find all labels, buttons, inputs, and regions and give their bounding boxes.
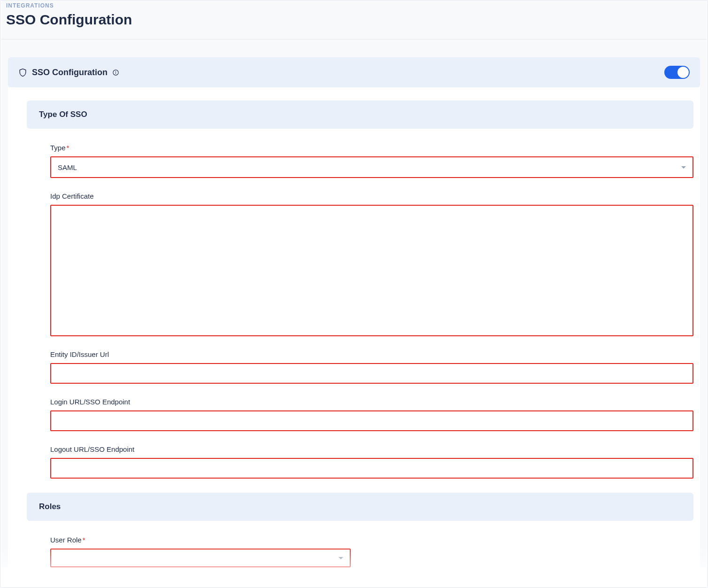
chevron-down-icon bbox=[681, 166, 686, 169]
svg-point-2 bbox=[115, 71, 116, 71]
info-icon[interactable] bbox=[112, 69, 119, 76]
logout-url-input[interactable] bbox=[51, 459, 693, 478]
entity-id-input[interactable] bbox=[51, 364, 693, 383]
logout-url-field[interactable] bbox=[50, 458, 693, 479]
user-role-select[interactable] bbox=[50, 549, 351, 567]
panel-title: SSO Configuration bbox=[32, 68, 108, 77]
required-star: * bbox=[83, 536, 85, 544]
idp-cert-textarea[interactable] bbox=[51, 206, 693, 335]
page-title: SSO Configuration bbox=[6, 12, 702, 28]
label-entity-id: Entity ID/Issuer Url bbox=[50, 350, 693, 358]
label-type: Type* bbox=[50, 144, 693, 152]
login-url-input[interactable] bbox=[51, 411, 693, 430]
sso-enable-toggle[interactable] bbox=[664, 66, 690, 79]
label-idp-cert: Idp Certificate bbox=[50, 192, 693, 200]
page-header: INTEGRATIONS SSO Configuration bbox=[1, 0, 707, 39]
type-select-value: SAML bbox=[58, 163, 77, 171]
idp-cert-field[interactable] bbox=[50, 205, 693, 336]
chevron-down-icon bbox=[339, 557, 343, 559]
label-logout-url: Logout URL/SSO Endpoint bbox=[50, 445, 693, 453]
label-login-url: Login URL/SSO Endpoint bbox=[50, 398, 693, 406]
login-url-field[interactable] bbox=[50, 410, 693, 431]
entity-id-field[interactable] bbox=[50, 363, 693, 384]
required-star: * bbox=[67, 144, 69, 152]
section-header-type: Type Of SSO bbox=[27, 101, 693, 129]
breadcrumb-eyebrow: INTEGRATIONS bbox=[6, 2, 702, 9]
toggle-knob bbox=[677, 67, 689, 78]
label-user-role: User Role* bbox=[50, 536, 693, 544]
sso-panel-header: SSO Configuration bbox=[8, 57, 700, 87]
type-select[interactable]: SAML bbox=[50, 156, 693, 178]
shield-icon bbox=[18, 68, 27, 77]
section-header-roles: Roles bbox=[27, 493, 693, 521]
